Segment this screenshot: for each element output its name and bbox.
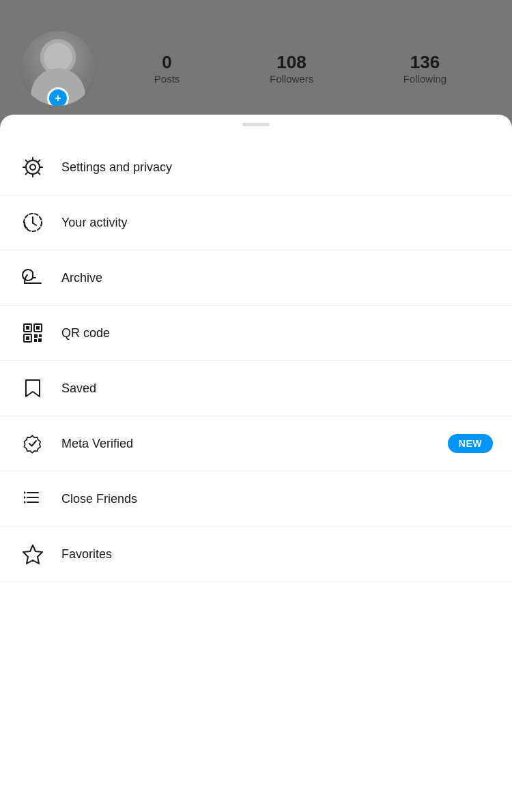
close-friends-icon bbox=[19, 485, 46, 512]
qr-icon bbox=[19, 319, 46, 347]
your-activity-label: Your activity bbox=[61, 216, 493, 230]
verified-icon bbox=[19, 430, 46, 457]
archive-icon bbox=[19, 264, 46, 291]
bookmark-icon bbox=[19, 375, 46, 402]
menu-item-meta-verified[interactable]: Meta Verified NEW bbox=[0, 416, 512, 472]
svg-rect-10 bbox=[34, 334, 38, 338]
svg-marker-18 bbox=[24, 496, 26, 499]
svg-marker-17 bbox=[24, 491, 26, 494]
svg-rect-5 bbox=[26, 326, 29, 330]
svg-point-1 bbox=[26, 160, 40, 174]
followers-stat[interactable]: 108 Followers bbox=[270, 52, 313, 85]
qr-code-label: QR code bbox=[61, 326, 493, 340]
svg-rect-12 bbox=[34, 339, 37, 342]
svg-marker-20 bbox=[23, 545, 42, 564]
svg-rect-7 bbox=[36, 326, 40, 330]
menu-list: Settings and privacy Your activity bbox=[0, 140, 512, 582]
menu-item-saved[interactable]: Saved bbox=[0, 361, 512, 416]
avatar[interactable]: + bbox=[20, 31, 96, 106]
following-stat[interactable]: 136 Following bbox=[403, 52, 446, 85]
svg-rect-9 bbox=[26, 336, 29, 340]
archive-label: Archive bbox=[61, 271, 493, 285]
drag-handle[interactable] bbox=[242, 123, 270, 126]
profile-stats: 0 Posts 108 Followers 136 Following bbox=[96, 52, 492, 85]
favorites-label: Favorites bbox=[61, 547, 493, 562]
new-badge: NEW bbox=[448, 434, 493, 453]
svg-point-0 bbox=[30, 164, 35, 170]
saved-label: Saved bbox=[61, 381, 493, 396]
menu-item-archive[interactable]: Archive bbox=[0, 250, 512, 306]
menu-item-qr-code[interactable]: QR code bbox=[0, 306, 512, 361]
activity-icon bbox=[19, 209, 46, 236]
svg-rect-11 bbox=[39, 334, 42, 337]
menu-item-your-activity[interactable]: Your activity bbox=[0, 195, 512, 250]
posts-stat[interactable]: 0 Posts bbox=[154, 52, 180, 85]
svg-rect-13 bbox=[38, 338, 42, 342]
meta-verified-label: Meta Verified bbox=[61, 437, 448, 451]
avatar-badge: + bbox=[47, 87, 69, 106]
menu-item-favorites[interactable]: Favorites bbox=[0, 527, 512, 582]
gear-icon bbox=[19, 154, 46, 181]
menu-item-settings-privacy[interactable]: Settings and privacy bbox=[0, 140, 512, 195]
close-friends-label: Close Friends bbox=[61, 492, 493, 506]
bottom-sheet: Settings and privacy Your activity bbox=[0, 115, 512, 812]
menu-item-close-friends[interactable]: Close Friends bbox=[0, 472, 512, 527]
svg-marker-19 bbox=[24, 501, 26, 504]
star-icon bbox=[19, 540, 46, 568]
settings-privacy-label: Settings and privacy bbox=[61, 160, 493, 175]
